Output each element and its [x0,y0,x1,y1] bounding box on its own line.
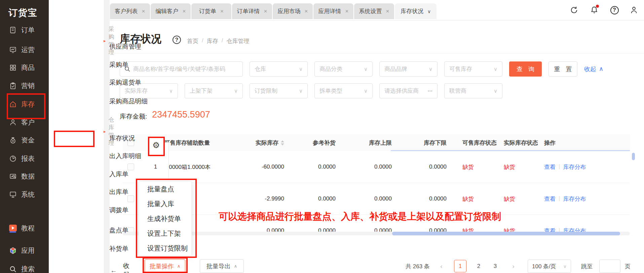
col-actual-stock[interactable]: 实际库存 [247,139,284,147]
horizontal-scrollbar-thumb[interactable] [392,232,620,235]
submenu-item-purchase-order[interactable]: 采购单 [109,60,128,69]
shelf-status-select[interactable]: 上架下架∨ [185,83,243,98]
stock-distribution-link[interactable]: 库存分布 [563,195,586,203]
close-icon[interactable]: × [220,8,224,15]
sidebar-item-inventory[interactable]: 库存 [0,99,49,109]
menu-item-set-shelf[interactable]: 设置上下架 [139,226,191,241]
actual-stock-cell: 0.0000 [247,227,284,232]
view-link[interactable]: 查看 [544,163,556,171]
breadcrumb-warehouse[interactable]: 仓库管理 [226,37,249,45]
query-button[interactable]: 查 询 [509,61,542,77]
sidebar-item-apps[interactable]: 应用 [0,245,49,256]
batch-operation-button[interactable]: 批量操作∧ [145,259,185,273]
category-select[interactable]: 商品分类∨ [314,61,373,77]
sidebar-item-funds[interactable]: 资金 [0,135,49,145]
sidebar-item-data[interactable]: 数据 [0,171,49,181]
submenu-item-replenish-order[interactable]: 补货单 [109,244,128,253]
refresh-icon[interactable] [568,4,580,16]
product-search-input-wrap [120,61,243,77]
sidebar-item-tutorials[interactable]: 教程 [0,223,49,233]
close-icon[interactable]: × [264,8,267,15]
tab-inventory-status[interactable]: 库存状况∨ [395,3,437,19]
warehouse-select[interactable]: 仓库∨ [250,61,308,77]
col-upper-limit: 库存上限 [336,139,392,147]
actual-status-badge: 缺货 [500,163,543,171]
menu-item-batch-stocktake[interactable]: 批量盘点 [139,182,191,196]
tab-customer-list[interactable]: 客户列表× [110,3,150,19]
submenu-item-outbound-order[interactable]: 出库单 [109,188,128,196]
apps-icon [9,247,17,255]
menu-item-set-order-limit[interactable]: 设置订货限制 [139,241,191,256]
tab-app-market[interactable]: 应用市场× [273,3,313,19]
chevron-down-icon[interactable]: ∨ [427,9,431,14]
chevron-down-icon: ∨ [299,88,303,94]
sidebar-item-orders[interactable]: 订单 [0,25,49,35]
sidebar-item-reports[interactable]: 报表 [0,153,49,164]
submenu-item-purchase-return[interactable]: 采购退货单 [109,78,141,87]
collapse-sidebar-button[interactable]: ←收起 [110,262,129,273]
reset-button[interactable]: 重 置 [548,61,577,77]
page-size-select[interactable]: 100 条/页∨ [528,260,571,273]
row-checkbox[interactable] [127,164,134,170]
split-type-select[interactable]: 拆单类型∨ [314,83,373,98]
title-help-icon[interactable]: ? [173,36,181,44]
stock-distribution-link[interactable]: 库存分布 [563,227,586,232]
notifications-bell-icon[interactable] [589,4,600,16]
chevron-down-icon: ∨ [364,66,368,72]
close-icon[interactable]: × [305,8,308,15]
page-button-3[interactable]: 3 [489,260,501,272]
divider [110,53,644,53]
partner-select[interactable]: 联营商∨ [444,83,502,98]
search-input[interactable] [133,66,238,73]
close-icon[interactable]: × [183,8,186,15]
stock-distribution-link[interactable]: 库存分布 [563,163,586,171]
submenu-item-transfer-order[interactable]: 调拨单 [109,206,128,215]
column-settings-gear-icon[interactable]: ⚙ [152,138,159,147]
close-icon[interactable]: × [142,8,145,15]
collapse-filters-link[interactable]: 收起∧ [584,65,603,73]
submenu-item-stocktake-order[interactable]: 盘点单 [109,226,128,235]
page-button-1[interactable]: 1 [454,260,466,272]
view-link[interactable]: 查看 [544,195,556,203]
menu-item-batch-inbound[interactable]: 批量入库 [139,196,191,211]
submenu-item-purchase-detail[interactable]: 采购商品明细 [109,97,148,106]
close-icon[interactable]: × [345,8,349,15]
sort-icon[interactable] [281,140,284,145]
submenu-item-supplier-mgmt[interactable]: 供应商管理 [109,42,141,51]
next-page-button[interactable]: › [507,260,520,272]
supplier-select[interactable]: 请选择供应商⋯ [379,83,438,98]
submenu-item-inventory-status[interactable]: 库存状况 [109,134,135,143]
menu-item-generate-replenishment[interactable]: 生成补货单 [139,211,191,226]
tab-edit-customer[interactable]: 编辑客户× [151,3,191,19]
sellable-stock-select[interactable]: 可售库存∨ [444,61,502,77]
table-row: 1 7.0000箱1.0000本 -60.0000 0.0000 0.0000 … [123,151,630,183]
page-button-2[interactable]: 2 [472,260,485,272]
sidebar-item-customers[interactable]: 客户 [0,117,49,127]
tab-system-settings[interactable]: 系统设置× [354,3,394,19]
sidebar-item-system[interactable]: 系统 [0,189,49,199]
breadcrumb-inventory[interactable]: 库存 [207,37,218,45]
sidebar-item-operations[interactable]: 运营 [0,45,49,55]
jump-page-input[interactable] [599,260,620,273]
sidebar-item-products[interactable]: 商品 [0,62,49,73]
row-checkbox[interactable] [127,195,134,202]
row-checkbox[interactable] [127,227,134,232]
help-icon[interactable]: ? [609,4,620,16]
sidebar-item-marketing[interactable]: 营销 [0,81,49,91]
sidebar-item-search[interactable]: 搜索 [0,264,49,273]
prev-page-button[interactable]: ‹ [435,260,448,272]
operations-icon [9,46,17,54]
breadcrumb-home[interactable]: 首页 [187,37,198,45]
view-link[interactable]: 查看 [544,227,556,232]
batch-export-button[interactable]: 批量导出∧ [200,259,244,273]
close-icon[interactable]: × [386,8,389,15]
order-limit-select[interactable]: 订货限制∨ [250,83,308,98]
tab-app-detail[interactable]: 应用详情× [313,3,353,19]
user-account-icon[interactable] [628,4,640,16]
submenu-item-inout-detail[interactable]: 出入库明细 [109,152,141,161]
tab-order-detail[interactable]: 订单详情× [232,3,272,19]
brand-select[interactable]: 商品品牌∨ [379,61,438,77]
submenu-item-inbound-order[interactable]: 入库单 [109,170,128,179]
tab-order-form[interactable]: 订货单× [191,3,231,19]
vertical-scrollbar-thumb[interactable] [632,153,635,160]
